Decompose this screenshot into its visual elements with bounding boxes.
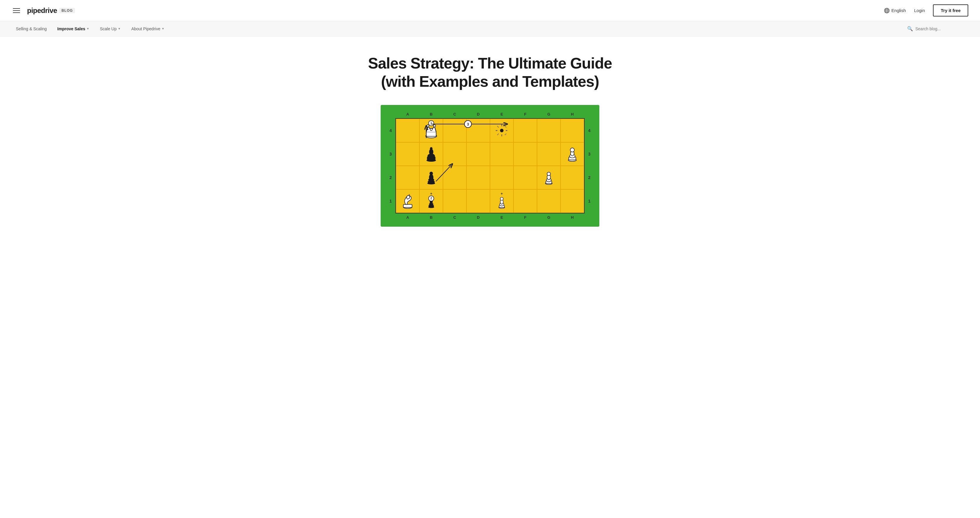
row-label-3: 3	[390, 142, 392, 166]
svg-rect-6	[426, 132, 436, 136]
row-label-2: 2	[390, 166, 392, 189]
secondary-nav-links: Selling & Scaling Improve Sales ▼ Scale …	[12, 25, 169, 33]
cell-g4	[537, 119, 560, 142]
cell-d4	[466, 119, 490, 142]
globe-icon	[884, 8, 890, 14]
grid-container: 1	[395, 118, 585, 214]
svg-point-7	[427, 125, 429, 127]
search-icon: 🔍	[907, 26, 913, 32]
nav-right: English Login Try it free	[884, 5, 968, 16]
svg-point-18	[500, 129, 504, 132]
board-row-with-labels: 4 3 2 1 1	[386, 118, 594, 214]
nav-improve-sales[interactable]: Improve Sales ▼	[53, 25, 94, 33]
col-label-bottom-e: E	[490, 214, 514, 222]
col-label-g: G	[537, 110, 560, 118]
chess-outer-frame: A B C D E F G H 4 3 2 1	[381, 105, 599, 227]
target-icon	[495, 123, 509, 137]
row-label-right-1: 1	[588, 189, 590, 213]
svg-line-16	[497, 134, 498, 135]
brand-name: pipedrive	[27, 6, 57, 15]
try-free-button[interactable]: Try it free	[933, 5, 968, 16]
hero-illustration: A B C D E F G H 4 3 2 1	[364, 105, 616, 227]
col-label-d: D	[466, 110, 490, 118]
svg-line-14	[497, 126, 498, 127]
cell-f3	[514, 142, 537, 166]
cell-b3	[420, 142, 443, 166]
row-label-right-3: 3	[588, 142, 590, 166]
white-pawn-piece-g2	[541, 170, 556, 185]
cell-a2	[396, 166, 420, 189]
black-bishop-piece	[423, 146, 439, 162]
svg-line-15	[505, 126, 506, 127]
chess-grid: 1	[395, 118, 585, 214]
cell-f2	[514, 166, 537, 189]
cell-c1	[443, 189, 466, 213]
secondary-navigation: Selling & Scaling Improve Sales ▼ Scale …	[0, 21, 980, 37]
cell-h4	[560, 119, 584, 142]
cell-e3	[490, 142, 514, 166]
col-label-bottom-g: G	[537, 214, 560, 222]
svg-line-17	[505, 134, 506, 135]
col-label-e: E	[490, 110, 514, 118]
nav-selling-scaling[interactable]: Selling & Scaling	[12, 25, 51, 33]
row-label-4: 4	[390, 119, 392, 142]
col-label-f: F	[514, 110, 537, 118]
logo[interactable]: pipedrive BLOG	[27, 6, 75, 15]
col-label-b: B	[420, 110, 443, 118]
nav-about-pipedrive[interactable]: About Pipedrive ▼	[127, 25, 169, 33]
search-input[interactable]	[915, 27, 968, 31]
col-label-h: H	[560, 110, 584, 118]
nav-left: pipedrive BLOG	[12, 6, 75, 15]
svg-point-28	[570, 148, 574, 152]
article-title: Sales Strategy: The Ultimate Guide(with …	[364, 54, 616, 91]
white-pawn-piece-e1	[495, 196, 508, 209]
login-button[interactable]: Login	[914, 8, 925, 13]
cell-d2	[466, 166, 490, 189]
chevron-down-icon: ▼	[161, 27, 164, 30]
row-label-right-2: 2	[588, 166, 590, 189]
svg-point-8	[430, 128, 432, 130]
cell-h2	[560, 166, 584, 189]
cell-d3	[466, 142, 490, 166]
hamburger-menu-button[interactable]	[12, 7, 21, 14]
chevron-down-icon: ▼	[86, 27, 89, 30]
plus-sign-b1: +	[430, 191, 433, 196]
row-labels-right: 4 3 2 1	[585, 119, 594, 213]
cell-g1	[537, 189, 560, 213]
col-labels-bottom: A B C D E F G H	[387, 214, 593, 222]
black-knight-piece	[424, 170, 439, 185]
blog-badge: BLOG	[59, 8, 75, 13]
white-pawn-piece-h3	[565, 147, 580, 162]
cell-e1: +	[490, 189, 514, 213]
col-labels-top: A B C D E F G H	[387, 110, 593, 118]
badge-1: 1	[428, 120, 434, 126]
svg-point-38	[547, 172, 550, 175]
cell-b2	[420, 166, 443, 189]
col-label-bottom-c: C	[443, 214, 466, 222]
col-label-bottom-d: D	[466, 214, 490, 222]
svg-point-50	[500, 197, 503, 200]
col-label-a: A	[396, 110, 420, 118]
cell-a3	[396, 142, 420, 166]
col-label-bottom-f: F	[514, 214, 537, 222]
row-label-1: 1	[390, 189, 392, 213]
nav-scale-up[interactable]: Scale Up ▼	[96, 25, 125, 33]
plus-sign-e1: +	[501, 191, 503, 196]
svg-point-33	[430, 172, 433, 175]
white-knight-piece	[400, 193, 415, 209]
cell-f4	[514, 119, 537, 142]
cell-e2	[490, 166, 514, 189]
cell-c4	[443, 119, 466, 142]
language-selector[interactable]: English	[884, 8, 906, 14]
cell-a4	[396, 119, 420, 142]
cell-d1	[466, 189, 490, 213]
cell-b1: + 2	[420, 189, 443, 213]
svg-point-23	[430, 147, 433, 150]
svg-rect-40	[403, 204, 412, 207]
cell-a1	[396, 189, 420, 213]
row-label-right-4: 4	[588, 119, 590, 142]
cell-h1	[560, 189, 584, 213]
cell-c2	[443, 166, 466, 189]
row-labels-left: 4 3 2 1	[386, 119, 395, 213]
cell-e4	[490, 119, 514, 142]
